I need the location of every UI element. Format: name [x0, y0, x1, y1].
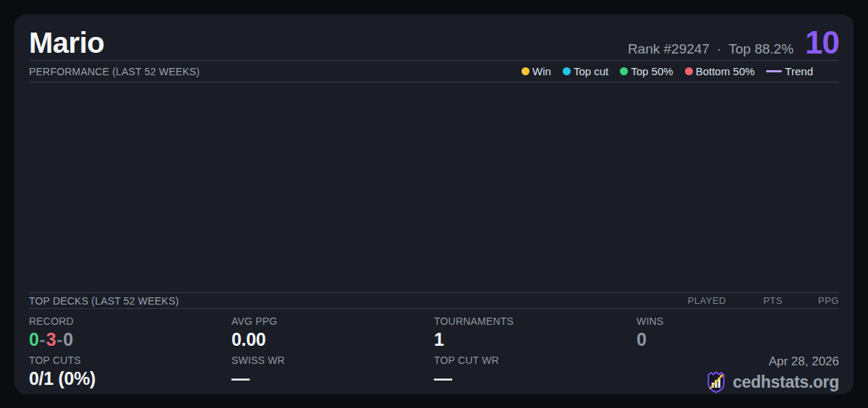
stat-label: AVG PPG: [231, 316, 434, 327]
trend-line-icon: [766, 70, 782, 72]
stat-label: RECORD: [29, 316, 231, 327]
avg-ppg-value: 0.00: [231, 330, 434, 349]
record-separator: -: [56, 329, 62, 349]
top-percent-text: Top 88.2%: [728, 41, 793, 57]
brand-name: cedhstats.org: [733, 373, 839, 392]
stat-label: TOP CUT WR: [434, 355, 637, 366]
top-decks-header-row: TOP DECKS (LAST 52 WEEKS) PLAYED PTS PPG: [29, 293, 839, 309]
page-background: Mario Rank #29247 · Top 88.2% 10 PERFORM…: [0, 0, 868, 408]
top-cut-wr-value: —: [434, 369, 637, 388]
column-header-played: PLAYED: [688, 295, 726, 306]
performance-chart-area: [29, 82, 839, 293]
player-name: Mario: [29, 28, 104, 57]
record-separator: -: [40, 329, 46, 349]
top-decks-columns: PLAYED PTS PPG: [688, 295, 839, 306]
stat-avg-ppg: AVG PPG 0.00: [231, 316, 434, 349]
card-footer: Apr 28, 2026 cedhstats.org: [637, 355, 839, 394]
swiss-wr-value: —: [231, 369, 434, 388]
stats-grid: RECORD 0-3-0 AVG PPG 0.00 TOURNAMENTS 1 …: [29, 309, 839, 394]
tournaments-value: 1: [434, 330, 637, 349]
generated-date: Apr 28, 2026: [637, 355, 839, 369]
win-dot-icon: [522, 67, 529, 75]
record-value: 0-3-0: [29, 330, 231, 349]
column-header-pts: PTS: [726, 295, 783, 306]
top-decks-title: TOP DECKS (LAST 52 WEEKS): [29, 295, 179, 307]
chart-legend: Win Top cut Top 50% Bottom 50% Trend: [522, 65, 839, 77]
stat-wins: WINS 0: [637, 316, 839, 349]
performance-header-row: PERFORMANCE (LAST 52 WEEKS) Win Top cut …: [29, 61, 839, 82]
legend-item-top-cut: Top cut: [563, 65, 608, 77]
card-header: Mario Rank #29247 · Top 88.2% 10: [29, 14, 839, 61]
player-score: 10: [805, 28, 839, 57]
legend-label: Top 50%: [631, 65, 673, 77]
rank-text: Rank #29247: [628, 41, 710, 57]
stat-label: TOP CUTS: [29, 355, 231, 366]
stat-label: TOURNAMENTS: [434, 316, 637, 327]
record-draws: 0: [63, 329, 73, 349]
stat-top-cut-wr: TOP CUT WR —: [434, 355, 637, 394]
stat-top-cuts: TOP CUTS 0/1 (0%): [29, 355, 231, 394]
bottom-50-dot-icon: [685, 67, 693, 75]
stat-tournaments: TOURNAMENTS 1: [434, 316, 637, 349]
legend-item-bottom-50: Bottom 50%: [685, 65, 755, 77]
legend-label: Bottom 50%: [696, 65, 755, 77]
record-losses: 3: [46, 329, 56, 349]
legend-item-trend: Trend: [766, 65, 813, 77]
top-50-dot-icon: [620, 67, 628, 75]
legend-label: Top cut: [574, 65, 608, 77]
rank-cluster: Rank #29247 · Top 88.2% 10: [628, 28, 839, 57]
performance-title: PERFORMANCE (LAST 52 WEEKS): [29, 66, 200, 77]
stat-label: WINS: [637, 316, 839, 327]
stat-label: SWISS WR: [231, 355, 434, 366]
legend-label: Win: [532, 65, 551, 77]
top-cuts-value: 0/1 (0%): [29, 369, 231, 388]
legend-item-win: Win: [522, 65, 551, 77]
legend-item-top-50: Top 50%: [620, 65, 673, 77]
legend-label: Trend: [785, 65, 813, 77]
record-wins: 0: [29, 329, 39, 349]
rank-separator: ·: [717, 41, 721, 57]
wins-value: 0: [637, 330, 839, 349]
stat-swiss-wr: SWISS WR —: [231, 355, 434, 394]
brand-row: cedhstats.org: [637, 370, 839, 394]
stat-record: RECORD 0-3-0: [29, 316, 231, 349]
top-cut-dot-icon: [563, 67, 571, 75]
player-stats-card: Mario Rank #29247 · Top 88.2% 10 PERFORM…: [14, 14, 854, 394]
column-header-ppg: PPG: [783, 295, 839, 306]
cedhstats-shield-logo-icon: [705, 370, 727, 394]
